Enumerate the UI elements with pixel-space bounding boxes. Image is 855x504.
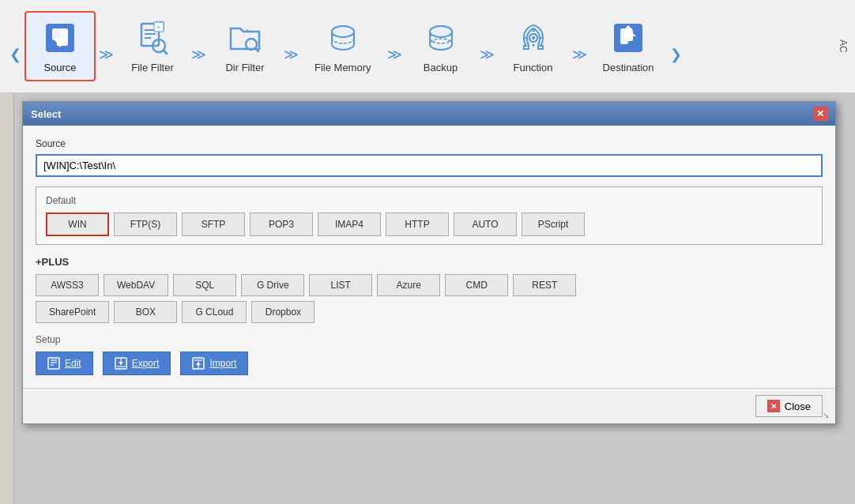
toolbar-arrow-6: ≫ (569, 46, 590, 63)
btn-win[interactable]: WIN (46, 213, 109, 236)
toolbar-source-label: Source (43, 62, 76, 73)
svg-point-22 (332, 26, 354, 37)
plus-buttons-row2: SharePoint BOX G CLoud Dropbox (36, 301, 823, 323)
toolbar-item-dir-filter[interactable]: + Dir Filter (209, 11, 281, 81)
svg-text:+: + (156, 24, 160, 31)
toolbar-arrow-5: ≫ (476, 46, 498, 63)
toolbar-function-label: Function (514, 62, 553, 73)
import-icon (192, 357, 205, 370)
edit-button[interactable]: Edit (36, 352, 93, 375)
svg-point-26 (430, 26, 452, 37)
btn-box[interactable]: BOX (114, 301, 177, 323)
plus-section: +PLUS AWSS3 WebDAV SQL G Drive LIST Azur… (36, 256, 823, 323)
toolbar-destination-label: Destination (603, 62, 654, 73)
default-buttons-row: WIN FTP(S) SFTP POP3 IMAP4 HTTP AUTO PSc… (46, 213, 812, 236)
btn-azure[interactable]: Azure (377, 274, 440, 296)
toolbar: ❮ Source ≫ (0, 0, 855, 93)
export-icon (115, 357, 127, 370)
toolbar-right-arrow[interactable]: ❯ (667, 46, 685, 63)
btn-http[interactable]: HTTP (386, 213, 449, 236)
btn-ftps[interactable]: FTP(S) (114, 213, 177, 236)
dialog-body: Source Default WIN FTP(S) SFTP POP3 IMAP… (23, 126, 835, 388)
btn-imap4[interactable]: IMAP4 (318, 213, 381, 236)
resize-handle[interactable]: ↘ (823, 411, 834, 422)
left-panel (0, 93, 14, 504)
toolbar-item-file-memory[interactable]: File Memory (302, 11, 384, 81)
source-input[interactable] (36, 154, 823, 177)
toolbar-item-backup[interactable]: Backup (405, 11, 476, 81)
dialog-title: Select (31, 108, 61, 120)
svg-point-25 (430, 39, 452, 50)
select-dialog: Select ✕ Source Default WIN FTP(S) SFTP … (22, 101, 836, 424)
dialog-footer: ✕ Close (23, 388, 835, 423)
btn-webdav[interactable]: WebDAV (104, 274, 168, 296)
close-button-label: Close (785, 401, 811, 412)
btn-gcloud[interactable]: G CLoud (182, 301, 247, 323)
svg-line-12 (164, 51, 167, 54)
svg-text:+: + (245, 27, 249, 35)
svg-point-30 (532, 36, 535, 39)
plus-buttons-row1: AWSS3 WebDAV SQL G Drive LIST Azure CMD … (36, 274, 823, 296)
default-group-label: Default (46, 195, 812, 206)
btn-pop3[interactable]: POP3 (250, 213, 313, 236)
toolbar-left-arrow[interactable]: ❮ (6, 46, 24, 63)
btn-gdrive[interactable]: G Drive (241, 274, 304, 296)
backup-icon (422, 19, 460, 57)
btn-rest[interactable]: REST (513, 274, 576, 296)
svg-rect-4 (52, 28, 68, 40)
file-filter-icon: + (134, 19, 171, 57)
dir-filter-icon: + (226, 19, 264, 57)
default-group: Default WIN FTP(S) SFTP POP3 IMAP4 HTTP … (36, 186, 823, 245)
source-icon (41, 19, 79, 57)
btn-dropbox[interactable]: Dropbox (251, 301, 315, 323)
toolbar-item-file-filter[interactable]: + File Filter (117, 11, 188, 81)
btn-auto[interactable]: AUTO (454, 213, 517, 236)
svg-rect-36 (48, 358, 59, 369)
toolbar-item-source[interactable]: Source (24, 11, 96, 81)
close-button[interactable]: ✕ Close (755, 395, 823, 417)
btn-sharepoint[interactable]: SharePoint (36, 301, 109, 323)
dialog-titlebar: Select ✕ (23, 102, 835, 126)
svg-rect-6 (57, 41, 63, 46)
toolbar-dir-filter-label: Dir Filter (225, 62, 264, 73)
toolbar-arrow-2: ≫ (188, 46, 209, 63)
toolbar-file-filter-label: File Filter (131, 62, 173, 73)
source-section-label: Source (36, 138, 823, 149)
toolbar-arrow-4: ≫ (384, 46, 405, 63)
function-icon (514, 19, 552, 57)
btn-list[interactable]: LIST (309, 274, 372, 296)
file-memory-icon (324, 19, 362, 57)
main-area: Select ✕ Source Default WIN FTP(S) SFTP … (0, 93, 855, 504)
right-sidebar-label: AC (838, 39, 849, 53)
destination-icon (609, 19, 647, 57)
svg-rect-34 (623, 30, 633, 41)
dialog-close-button[interactable]: ✕ (813, 107, 827, 121)
setup-buttons-row: Edit Export (36, 352, 823, 375)
import-label: Import (209, 358, 236, 369)
edit-label: Edit (65, 358, 81, 369)
btn-pscript[interactable]: PScript (522, 213, 585, 236)
toolbar-item-function[interactable]: Function (498, 11, 569, 81)
plus-section-label: +PLUS (36, 256, 823, 268)
toolbar-backup-label: Backup (424, 62, 458, 73)
toolbar-arrow-1: ≫ (96, 46, 117, 63)
toolbar-arrow-3: ≫ (281, 46, 302, 63)
btn-cmd[interactable]: CMD (445, 274, 508, 296)
close-red-icon: ✕ (767, 400, 780, 412)
setup-section: Setup Edit (36, 334, 823, 375)
edit-icon (47, 357, 60, 370)
toolbar-file-memory-label: File Memory (315, 62, 371, 73)
export-button[interactable]: Export (103, 352, 171, 375)
btn-awss3[interactable]: AWSS3 (36, 274, 99, 296)
export-label: Export (132, 358, 160, 369)
setup-label: Setup (36, 334, 823, 345)
toolbar-item-destination[interactable]: Destination (590, 11, 667, 81)
btn-sql[interactable]: SQL (173, 274, 236, 296)
btn-sftp[interactable]: SFTP (182, 213, 245, 236)
import-button[interactable]: Import (180, 352, 248, 375)
